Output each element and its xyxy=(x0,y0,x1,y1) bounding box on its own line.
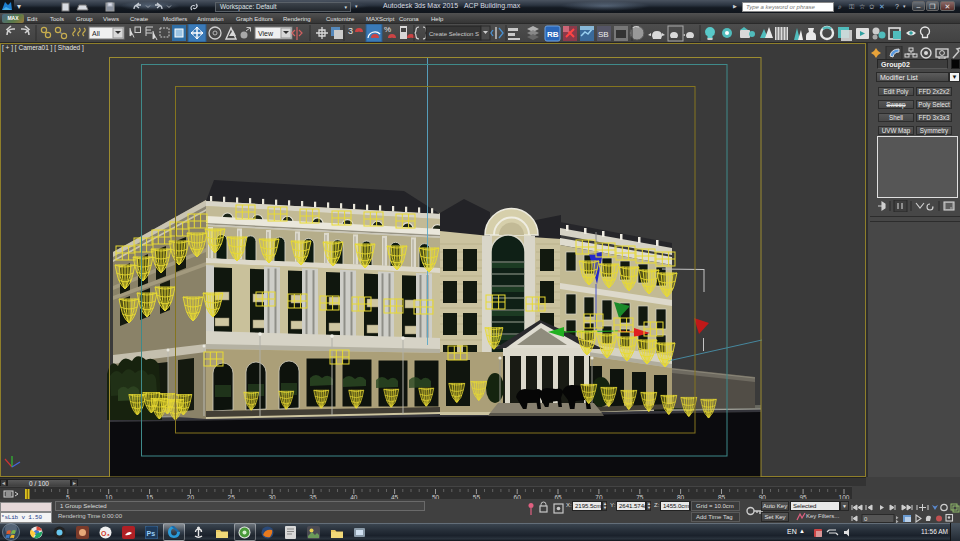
svg-text:All: All xyxy=(92,30,100,37)
svg-text:%: % xyxy=(384,25,391,34)
svg-text:RB: RB xyxy=(547,30,559,39)
svg-text:3: 3 xyxy=(348,26,353,36)
svg-text:View: View xyxy=(258,30,274,37)
svg-text:SB: SB xyxy=(598,30,609,39)
svg-text:Create Selection S: Create Selection S xyxy=(429,31,479,37)
